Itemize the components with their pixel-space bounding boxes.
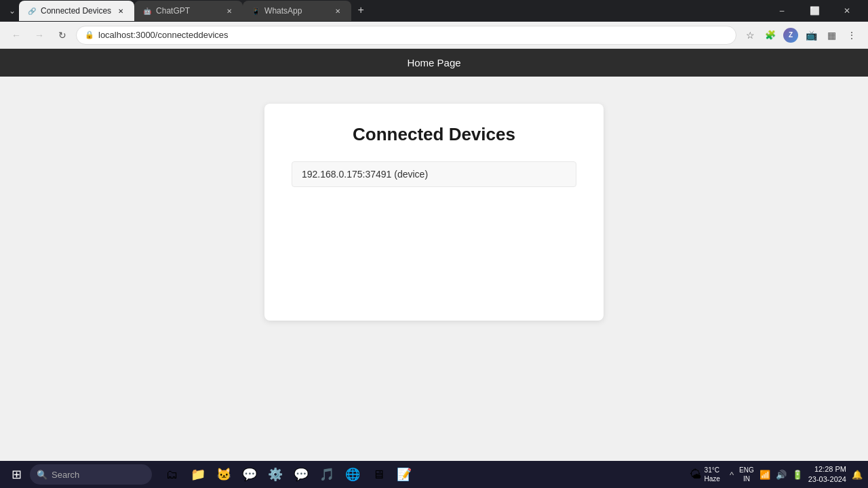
- battery-icon[interactable]: 🔋: [792, 470, 803, 480]
- forward-button[interactable]: →: [30, 26, 49, 45]
- show-hidden-icons[interactable]: ^: [730, 470, 734, 480]
- address-bar-row: ← → ↻ 🔒 localhost:3000/connecteddevices …: [0, 22, 868, 49]
- bookmark-icon[interactable]: ☆: [741, 26, 760, 45]
- cast-icon[interactable]: 📺: [802, 26, 821, 45]
- back-button[interactable]: ←: [7, 26, 26, 45]
- misc-icon: 🐱: [216, 467, 231, 482]
- weather-widget[interactable]: 🌤 31°C Haze: [686, 464, 724, 485]
- file-explorer-icon: 🗂: [166, 468, 178, 482]
- window-controls: – ⬜ ✕: [766, 0, 863, 22]
- settings-icon: ⚙️: [268, 467, 283, 482]
- taskbar-app-chrome[interactable]: 🌐: [340, 462, 365, 487]
- taskbar-app-misc[interactable]: 🐱: [212, 462, 236, 487]
- tab1-close[interactable]: ✕: [115, 5, 126, 16]
- tab2-close[interactable]: ✕: [224, 5, 235, 16]
- taskbar-app-spotify[interactable]: 🎵: [315, 462, 339, 487]
- whatsapp-icon: 💬: [294, 467, 309, 482]
- tab-connected-devices[interactable]: 🔗 Connected Devices ✕: [19, 1, 134, 21]
- close-button[interactable]: ✕: [831, 0, 863, 22]
- taskbar-app-terminal[interactable]: 🖥: [366, 462, 391, 487]
- page-body: Connected Devices 192.168.0.175:37491 (d…: [0, 77, 868, 348]
- discord-icon: 💬: [242, 467, 257, 482]
- search-label: Search: [52, 470, 79, 480]
- speaker-icon[interactable]: 🔊: [776, 470, 787, 480]
- app-header: Home Page: [0, 49, 868, 77]
- device-address: 192.168.0.175:37491: [302, 169, 391, 180]
- tab-chatgpt[interactable]: 🤖 ChatGPT ✕: [134, 1, 243, 21]
- tab3-favicon: 📱: [251, 6, 260, 16]
- tab-strip: 🔗 Connected Devices ✕ 🤖 ChatGPT ✕ 📱 What…: [19, 1, 766, 21]
- chrome-icon: 🌐: [345, 467, 360, 482]
- weather-icon: 🌤: [690, 468, 702, 482]
- tab-list-button[interactable]: ⌄: [5, 4, 19, 18]
- minimize-button[interactable]: –: [766, 0, 797, 22]
- taskbar-search[interactable]: 🔍 Search: [30, 464, 152, 485]
- new-tab-button[interactable]: +: [351, 1, 370, 20]
- tab3-close[interactable]: ✕: [332, 5, 343, 16]
- taskbar-app-vscode[interactable]: 📝: [392, 462, 416, 487]
- profile-icon[interactable]: Z: [781, 26, 800, 45]
- language-indicator[interactable]: ENG IN: [739, 466, 754, 483]
- search-icon: 🔍: [37, 470, 47, 480]
- address-text: localhost:3000/connecteddevices: [98, 30, 229, 40]
- terminal-icon: 🖥: [372, 468, 384, 482]
- notification-icon[interactable]: 🔔: [852, 470, 863, 480]
- taskbar-app-settings[interactable]: ⚙️: [263, 462, 288, 487]
- address-bar[interactable]: 🔒 localhost:3000/connecteddevices: [76, 26, 736, 45]
- devices-card: Connected Devices 192.168.0.175:37491 (d…: [264, 104, 604, 321]
- lock-icon: 🔒: [85, 30, 94, 39]
- taskbar: ⊞ 🔍 Search 🗂 📁 🐱 💬 ⚙️ 💬 🎵 🌐 �: [0, 461, 868, 488]
- weather-temp: 31°C: [705, 466, 720, 474]
- menu-icon[interactable]: ⋮: [842, 26, 861, 45]
- spotify-icon: 🎵: [319, 467, 334, 482]
- folder-icon: 📁: [191, 467, 205, 482]
- device-label: (device): [394, 169, 428, 180]
- tab3-title: WhatsApp: [264, 6, 328, 16]
- app-header-title: Home Page: [407, 57, 460, 68]
- title-bar: ⌄ 🔗 Connected Devices ✕ 🤖 ChatGPT ✕ 📱 Wh…: [0, 0, 868, 22]
- profile-avatar: Z: [783, 28, 798, 43]
- taskbar-app-file-explorer[interactable]: 🗂: [160, 462, 184, 487]
- weather-info: 31°C Haze: [705, 466, 720, 483]
- taskbar-app-discord[interactable]: 💬: [237, 462, 262, 487]
- vscode-icon: 📝: [397, 467, 412, 482]
- wifi-icon[interactable]: 📶: [760, 470, 770, 480]
- extensions-icon[interactable]: 🧩: [761, 26, 780, 45]
- clock-date: 23-03-2024: [808, 474, 846, 485]
- start-icon: ⊞: [12, 467, 22, 482]
- tab1-favicon: 🔗: [27, 6, 37, 16]
- tab1-title: Connected Devices: [41, 6, 111, 16]
- system-clock[interactable]: 12:28 PM 23-03-2024: [808, 464, 846, 485]
- taskbar-right: 🌤 31°C Haze ^ ENG IN 📶 🔊 🔋 12:28 PM 23-0…: [686, 464, 863, 485]
- tab2-favicon: 🤖: [142, 6, 152, 16]
- clock-time: 12:28 PM: [808, 464, 846, 474]
- tab2-title: ChatGPT: [156, 6, 220, 16]
- device-list-item: 192.168.0.175:37491 (device): [292, 161, 576, 187]
- reload-button[interactable]: ↻: [53, 26, 72, 45]
- tab-whatsapp[interactable]: 📱 WhatsApp ✕: [243, 1, 351, 21]
- taskbar-app-whatsapp[interactable]: 💬: [289, 462, 313, 487]
- sidebar-icon[interactable]: ▦: [822, 26, 841, 45]
- weather-condition: Haze: [705, 474, 720, 483]
- start-button[interactable]: ⊞: [5, 464, 27, 485]
- card-title: Connected Devices: [292, 124, 576, 145]
- maximize-button[interactable]: ⬜: [799, 0, 830, 22]
- toolbar-icons: ☆ 🧩 Z 📺 ▦ ⋮: [741, 26, 861, 45]
- taskbar-app-folder[interactable]: 📁: [186, 462, 210, 487]
